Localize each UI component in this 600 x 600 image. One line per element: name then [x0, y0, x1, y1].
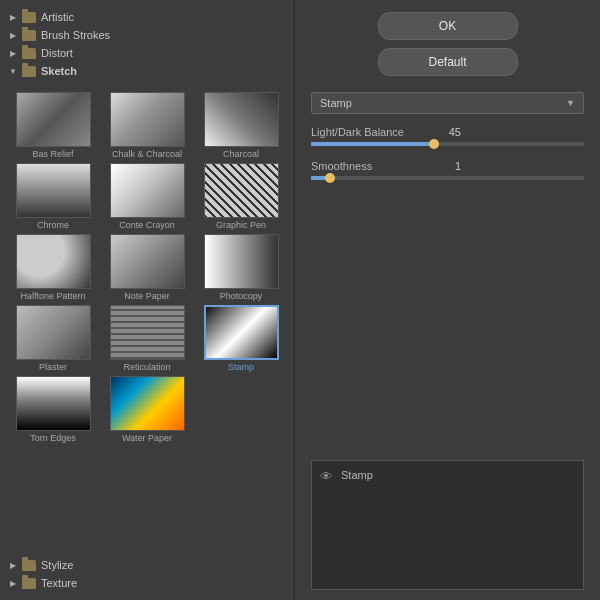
- thumb-img-bas-relief: [16, 92, 91, 147]
- sidebar-item-texture[interactable]: ▶ Texture: [0, 574, 294, 592]
- filter-dropdown[interactable]: Stamp ▼: [311, 92, 584, 114]
- param-value-smoothness: 1: [431, 160, 461, 172]
- sidebar-item-label-distort: Distort: [41, 47, 73, 59]
- list-item-graphic-pen[interactable]: Graphic Pen: [196, 163, 286, 230]
- thumb-label-stamp: Stamp: [228, 362, 254, 372]
- folder-icon-stylize: [22, 560, 36, 571]
- sidebar-item-label-brush-strokes: Brush Strokes: [41, 29, 110, 41]
- thumb-label-halftone-pattern: Halftone Pattern: [20, 291, 85, 301]
- sidebar-item-brush-strokes[interactable]: ▶ Brush Strokes: [0, 26, 294, 44]
- arrow-icon-texture: ▶: [8, 578, 18, 588]
- filter-list: ▶ Artistic ▶ Brush Strokes ▶ Distort ▼ S…: [0, 0, 294, 88]
- arrow-icon-brush-strokes: ▶: [8, 30, 18, 40]
- param-smoothness: Smoothness 1: [311, 160, 584, 180]
- thumb-img-conte-crayon: [110, 163, 185, 218]
- sidebar-item-artistic[interactable]: ▶ Artistic: [0, 8, 294, 26]
- list-item-torn-edges[interactable]: Torn Edges: [8, 376, 98, 443]
- list-item-halftone-pattern[interactable]: Halftone Pattern: [8, 234, 98, 301]
- thumb-img-stamp: [204, 305, 279, 360]
- thumb-label-graphic-pen: Graphic Pen: [216, 220, 266, 230]
- sidebar-item-label-sketch: Sketch: [41, 65, 77, 77]
- right-panel: OK Default Stamp ▼ Light/Dark Balance 45: [295, 0, 600, 600]
- list-item-chalk-charcoal[interactable]: Chalk & Charcoal: [102, 92, 192, 159]
- filter-bottom: ▶ Stylize ▶ Texture: [0, 548, 294, 600]
- list-item-note-paper[interactable]: Note Paper: [102, 234, 192, 301]
- param-value-light-dark: 45: [431, 126, 461, 138]
- filter-dropdown-row: Stamp ▼: [311, 92, 584, 114]
- arrow-icon-artistic: ▶: [8, 12, 18, 22]
- thumb-label-bas-relief: Bas Relief: [32, 149, 73, 159]
- thumb-label-water-paper: Water Paper: [122, 433, 172, 443]
- thumb-img-reticulation: [110, 305, 185, 360]
- slider-light-dark-track[interactable]: [311, 142, 584, 146]
- list-item-conte-crayon[interactable]: Conte Crayon: [102, 163, 192, 230]
- thumb-img-note-paper: [110, 234, 185, 289]
- thumb-label-torn-edges: Torn Edges: [30, 433, 76, 443]
- thumb-label-note-paper: Note Paper: [124, 291, 170, 301]
- sidebar-item-stylize[interactable]: ▶ Stylize: [0, 556, 294, 574]
- param-label-light-dark: Light/Dark Balance: [311, 126, 431, 138]
- param-row-light-dark: Light/Dark Balance 45: [311, 126, 584, 138]
- slider-light-dark-thumb[interactable]: [429, 139, 439, 149]
- filter-dropdown-selected: Stamp: [320, 97, 352, 109]
- param-label-smoothness: Smoothness: [311, 160, 431, 172]
- slider-smoothness-wrapper: [311, 176, 584, 180]
- list-item-charcoal[interactable]: Charcoal: [196, 92, 286, 159]
- list-item-reticulation[interactable]: Reticulation: [102, 305, 192, 372]
- default-button[interactable]: Default: [378, 48, 518, 76]
- thumb-label-photocopy: Photocopy: [220, 291, 263, 301]
- thumb-label-charcoal: Charcoal: [223, 149, 259, 159]
- sidebar-item-distort[interactable]: ▶ Distort: [0, 44, 294, 62]
- thumb-img-charcoal: [204, 92, 279, 147]
- list-item-photocopy[interactable]: Photocopy: [196, 234, 286, 301]
- slider-smoothness-track[interactable]: [311, 176, 584, 180]
- thumb-img-torn-edges: [16, 376, 91, 431]
- folder-icon-artistic: [22, 12, 36, 23]
- param-row-smoothness: Smoothness 1: [311, 160, 584, 172]
- thumb-img-halftone-pattern: [16, 234, 91, 289]
- thumb-label-plaster: Plaster: [39, 362, 67, 372]
- thumb-label-conte-crayon: Conte Crayon: [119, 220, 175, 230]
- thumb-img-chalk-charcoal: [110, 92, 185, 147]
- ok-button[interactable]: OK: [378, 12, 518, 40]
- list-item-water-paper[interactable]: Water Paper: [102, 376, 192, 443]
- left-panel: ▶ Artistic ▶ Brush Strokes ▶ Distort ▼ S…: [0, 0, 295, 600]
- thumbnails-container: Bas Relief Chalk & Charcoal Charcoal Chr…: [0, 88, 294, 548]
- sidebar-item-label-artistic: Artistic: [41, 11, 74, 23]
- thumb-img-chrome: [16, 163, 91, 218]
- thumb-img-photocopy: [204, 234, 279, 289]
- param-light-dark-balance: Light/Dark Balance 45: [311, 126, 584, 146]
- arrow-icon-sketch: ▼: [8, 66, 18, 76]
- thumb-label-reticulation: Reticulation: [123, 362, 170, 372]
- sidebar-item-label-texture: Texture: [41, 577, 77, 589]
- thumbnails-grid: Bas Relief Chalk & Charcoal Charcoal Chr…: [8, 92, 286, 443]
- thumb-label-chrome: Chrome: [37, 220, 69, 230]
- thumb-img-graphic-pen: [204, 163, 279, 218]
- preview-label: Stamp: [341, 469, 373, 481]
- folder-icon-texture: [22, 578, 36, 589]
- arrow-icon-distort: ▶: [8, 48, 18, 58]
- folder-icon-sketch: [22, 66, 36, 77]
- folder-icon-brush-strokes: [22, 30, 36, 41]
- controls-area: OK Default Stamp ▼ Light/Dark Balance 45: [295, 0, 600, 450]
- slider-light-dark-fill: [311, 142, 434, 146]
- slider-smoothness-thumb[interactable]: [325, 173, 335, 183]
- thumb-label-chalk-charcoal: Chalk & Charcoal: [112, 149, 182, 159]
- sidebar-item-sketch[interactable]: ▼ Sketch: [0, 62, 294, 80]
- slider-light-dark-wrapper: [311, 142, 584, 146]
- preview-area: 👁 Stamp: [311, 460, 584, 590]
- dropdown-arrow-icon: ▼: [566, 98, 575, 108]
- list-item-stamp[interactable]: Stamp: [196, 305, 286, 372]
- folder-icon-distort: [22, 48, 36, 59]
- list-item-bas-relief[interactable]: Bas Relief: [8, 92, 98, 159]
- list-item-chrome[interactable]: Chrome: [8, 163, 98, 230]
- thumb-img-water-paper: [110, 376, 185, 431]
- sidebar-item-label-stylize: Stylize: [41, 559, 73, 571]
- eye-icon[interactable]: 👁: [320, 469, 333, 484]
- arrow-icon-stylize: ▶: [8, 560, 18, 570]
- thumb-img-plaster: [16, 305, 91, 360]
- list-item-plaster[interactable]: Plaster: [8, 305, 98, 372]
